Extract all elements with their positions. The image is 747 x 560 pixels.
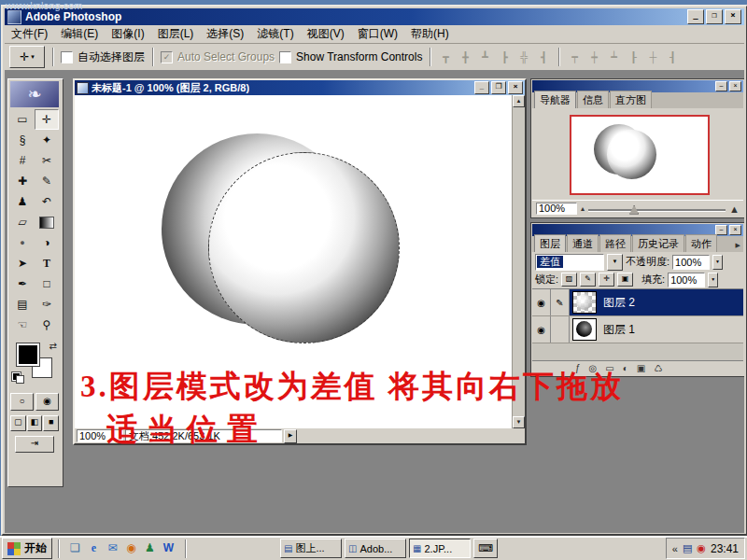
input-method-button[interactable]: ⌨ (473, 539, 498, 558)
menu-file[interactable]: 文件(F) (5, 24, 54, 44)
default-colors-icon[interactable] (12, 372, 23, 382)
hand-tool[interactable]: ☜ (10, 315, 35, 335)
doc-restore-button[interactable]: ❐ (491, 81, 506, 94)
eraser-tool[interactable]: ▱ (10, 212, 35, 232)
visibility-eye-icon[interactable]: ◉ (532, 289, 551, 315)
show-transform-controls-checkbox[interactable] (279, 51, 291, 63)
internet-explorer-icon[interactable]: e (86, 540, 102, 556)
layer1-thumbnail[interactable] (572, 318, 597, 341)
type-tool[interactable]: T (35, 253, 59, 273)
task-button-2[interactable]: ◫ Adob... (345, 539, 406, 558)
blur-tool[interactable]: ● (10, 232, 35, 253)
task-button-1[interactable]: ▤ 图上... (280, 539, 342, 558)
lock-transparency-icon[interactable]: ▨ (561, 273, 577, 287)
menu-help[interactable]: 帮助(H) (404, 24, 456, 44)
layer-row-2[interactable]: ◉ ✎ 图层 2 (532, 289, 743, 316)
outlook-express-icon[interactable]: ✉ (105, 540, 120, 556)
swap-colors-icon[interactable]: ⇄ (49, 341, 57, 351)
tab-histogram[interactable]: 直方图 (610, 91, 652, 108)
menu-image[interactable]: 图像(I) (105, 24, 150, 44)
tab-actions[interactable]: 动作 (685, 234, 717, 252)
show-desktop-icon[interactable]: ❏ (67, 540, 83, 556)
healing-brush-tool[interactable]: ✚ (10, 171, 35, 191)
app-title-bar[interactable]: Adobe Photoshop _ ❐ × (5, 8, 744, 25)
tab-channels[interactable]: 通道 (567, 234, 599, 252)
panel-close-icon[interactable]: × (729, 81, 741, 91)
delete-layer-icon[interactable]: ♺ (654, 363, 662, 373)
shape-tool[interactable]: □ (35, 273, 59, 294)
menu-layer[interactable]: 图层(L) (151, 24, 201, 44)
document-title-bar[interactable]: 未标题-1 @ 100% (图层 2, RGB/8) _ ❐ × (75, 80, 525, 95)
fill-field[interactable]: 100% (668, 273, 705, 287)
brush-tool[interactable]: ✎ (35, 171, 59, 191)
panel-minimize-icon[interactable]: – (715, 81, 727, 91)
menu-select[interactable]: 选择(S) (200, 24, 250, 44)
history-brush-tool[interactable]: ↶ (35, 191, 59, 212)
maximize-button[interactable]: ❐ (706, 9, 723, 24)
standard-mode-button[interactable]: ○ (10, 393, 34, 411)
tab-layers[interactable]: 图层 (534, 234, 566, 252)
tab-navigator[interactable]: 导航器 (534, 91, 576, 108)
messenger-icon[interactable]: ♟ (142, 540, 158, 556)
doc-minimize-button[interactable]: _ (474, 81, 489, 94)
zoom-slider[interactable] (588, 204, 726, 214)
pen-tool[interactable]: ✒ (10, 273, 35, 294)
menu-view[interactable]: 视图(V) (301, 24, 351, 44)
fullscreen-with-menu-button[interactable]: ◧ (27, 415, 43, 431)
slice-tool[interactable]: ✂ (35, 150, 59, 171)
menu-edit[interactable]: 编辑(E) (54, 24, 105, 44)
doc-close-button[interactable]: × (508, 81, 523, 94)
jump-to-imageready-button[interactable]: ⇥ (15, 436, 54, 453)
new-layer-icon[interactable]: ▣ (637, 363, 645, 373)
rectangular-marquee-tool[interactable]: ▭ (10, 109, 35, 130)
layer1-name[interactable]: 图层 1 (603, 316, 635, 343)
panel-close-icon[interactable]: × (729, 225, 741, 235)
opacity-field[interactable]: 100% (672, 255, 710, 270)
zoom-out-icon[interactable]: ▴ (581, 204, 585, 213)
lock-image-icon[interactable]: ✎ (580, 273, 596, 287)
menu-window[interactable]: 窗口(W) (351, 24, 404, 44)
notes-tool[interactable]: ▤ (10, 294, 35, 315)
tray-chevron-icon[interactable]: « (672, 543, 678, 554)
standard-screen-mode-button[interactable]: ▢ (10, 415, 26, 431)
magic-wand-tool[interactable]: ✦ (35, 130, 59, 150)
move-tool[interactable]: ✛ (35, 109, 59, 130)
gradient-tool[interactable] (35, 212, 59, 232)
start-button[interactable]: 开始 (2, 538, 52, 559)
zoom-tool[interactable]: ⚲ (35, 315, 59, 335)
menu-filter[interactable]: 滤镜(T) (250, 24, 300, 44)
close-button[interactable]: × (725, 9, 741, 24)
lock-all-icon[interactable]: ▣ (617, 273, 633, 287)
blend-mode-dropdown[interactable]: 差值 (535, 254, 604, 271)
layer-row-1[interactable]: ◉ 图层 1 (532, 316, 743, 343)
foreground-color-swatch[interactable] (17, 343, 39, 366)
dodge-tool[interactable]: ◑ (35, 232, 59, 253)
layer2-name[interactable]: 图层 2 (603, 289, 635, 315)
tab-info[interactable]: 信息 (577, 91, 609, 108)
status-popup-arrow-icon[interactable]: ▶ (284, 429, 297, 443)
clone-stamp-tool[interactable]: ♟ (10, 191, 35, 212)
scroll-up-icon[interactable]: ▲ (513, 95, 525, 107)
tab-overflow-icon[interactable]: ▶ (736, 242, 743, 252)
lasso-tool[interactable]: § (10, 130, 35, 150)
fullscreen-mode-button[interactable]: ■ (43, 415, 59, 431)
eyedropper-tool[interactable]: ✑ (35, 294, 59, 315)
tab-history[interactable]: 历史记录 (632, 234, 684, 252)
fill-arrow-icon[interactable]: ▼ (708, 273, 718, 287)
word-icon[interactable]: W (161, 540, 176, 556)
lock-position-icon[interactable]: ✛ (599, 273, 614, 287)
scroll-down-icon[interactable]: ▼ (513, 416, 525, 428)
navigator-thumbnail[interactable] (570, 115, 710, 195)
quick-mask-mode-button[interactable]: ◉ (35, 393, 59, 411)
zoom-in-icon[interactable]: ▲ (729, 203, 740, 215)
antivirus-icon[interactable]: ◉ (697, 542, 706, 554)
clock[interactable]: 23:41 (711, 542, 739, 555)
tab-paths[interactable]: 路径 (599, 234, 631, 252)
minimize-button[interactable]: _ (687, 9, 704, 24)
link-column[interactable] (551, 316, 570, 343)
adobe-feather-logo[interactable]: ❧ (10, 81, 59, 107)
task-button-3[interactable]: ▦ 2.JP... (409, 539, 471, 558)
media-player-icon[interactable]: ◉ (123, 540, 139, 556)
layer2-thumbnail[interactable] (572, 291, 597, 314)
display-settings-icon[interactable]: ▤ (683, 542, 692, 554)
